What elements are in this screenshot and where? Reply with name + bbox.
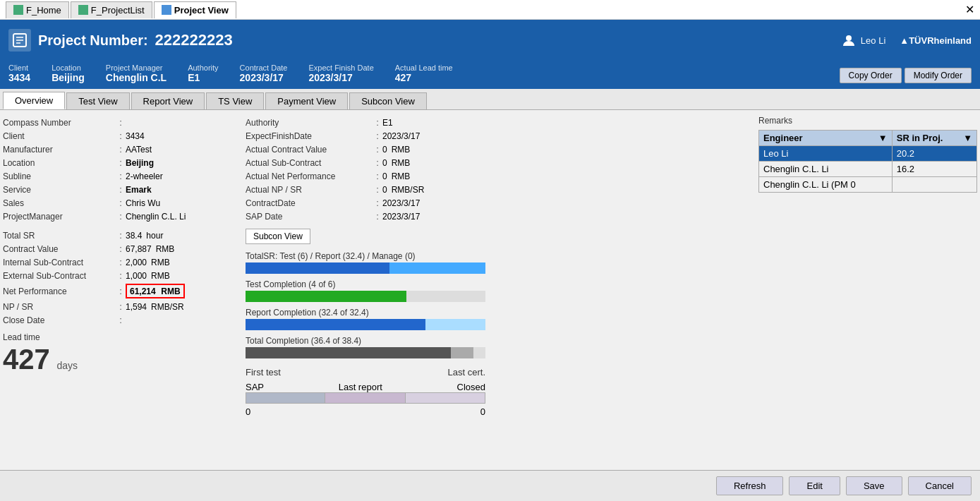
svg-point-4 bbox=[846, 35, 852, 41]
subcon-view-button[interactable]: Subcon View bbox=[246, 229, 310, 244]
field-close-date: Close Date : bbox=[3, 313, 243, 327]
right-panel: Remarks Engineer ▼ SR in Proj. ▼ Leo Li2… bbox=[758, 116, 977, 417]
field-project-manager: ProjectManager : Chenglin C.L. Li bbox=[3, 210, 243, 223]
mid-contract-date: ContractDate : 2023/3/17 bbox=[246, 196, 756, 210]
field-client: Client : 3434 bbox=[3, 129, 243, 143]
left-panel: Compass Number : Client : 3434 Manufactu… bbox=[3, 116, 243, 417]
timeline-labels: First test Last cert. bbox=[246, 367, 485, 378]
timeline-values: 0 0 bbox=[246, 406, 485, 417]
total-completion-progress: Total Completion (36.4 of 38.4) bbox=[246, 336, 756, 358]
sort-sr-icon[interactable]: ▼ bbox=[963, 133, 972, 143]
timeline-section: First test Last cert. SAP Last report Cl… bbox=[246, 367, 756, 417]
edit-button[interactable]: Edit bbox=[789, 476, 840, 495]
timeline-bar bbox=[246, 392, 485, 404]
tab-project-view[interactable]: Project View bbox=[154, 1, 236, 18]
field-internal-sub: Internal Sub-Contract : 2,000 RMB bbox=[3, 255, 243, 269]
test-completion-bar-bg bbox=[246, 291, 485, 302]
tab-overview[interactable]: Overview bbox=[3, 92, 65, 109]
timeline-closed-seg bbox=[406, 393, 485, 403]
sort-icon[interactable]: ▼ bbox=[878, 133, 888, 143]
mid-sap-date: SAP Date : 2023/3/17 bbox=[246, 210, 756, 223]
modify-order-button[interactable]: Modify Order bbox=[905, 68, 972, 83]
tuv-logo: ▲TÜVRheinland bbox=[900, 34, 972, 47]
engineer-name: Chenglin C.L. Li bbox=[759, 162, 893, 177]
engineer-sr: 16.2 bbox=[892, 162, 976, 177]
meta-authority: Authority E1 bbox=[188, 64, 218, 83]
tab-test-view[interactable]: Test View bbox=[66, 92, 129, 109]
close-icon[interactable]: ✕ bbox=[965, 3, 974, 16]
refresh-button[interactable]: Refresh bbox=[716, 476, 784, 495]
total-completion-bar bbox=[246, 347, 473, 358]
tab-report-view[interactable]: Report View bbox=[131, 92, 205, 109]
engineer-name: Chenglin C.L. Li (PM 0 bbox=[759, 177, 893, 193]
user-info: Leo Li bbox=[841, 32, 885, 48]
engineer-sr bbox=[892, 177, 976, 193]
bottom-bar: Refresh Edit Save Cancel bbox=[0, 470, 980, 501]
meta-expect-finish: Expect Finish Date 2023/3/17 bbox=[308, 64, 373, 83]
lead-time-display: 427 days bbox=[3, 344, 243, 375]
field-total-sr: Total SR : 38.4 hour bbox=[3, 229, 243, 242]
field-external-sub: External Sub-Contract : 1,000 RMB bbox=[3, 269, 243, 282]
tab-f-projectlist[interactable]: F_ProjectList bbox=[71, 1, 152, 18]
timeline-sap-seg bbox=[246, 393, 325, 403]
engineer-col-header: Engineer ▼ bbox=[759, 131, 893, 146]
report-completion-bar bbox=[246, 319, 485, 330]
field-location: Location : Beijing bbox=[3, 156, 243, 169]
total-sr-bar-bg bbox=[246, 262, 485, 274]
copy-order-button[interactable]: Copy Order bbox=[840, 68, 902, 83]
mid-expect-finish: ExpectFinishDate : 2023/3/17 bbox=[246, 129, 756, 143]
project-icon bbox=[8, 29, 31, 52]
middle-panel: Authority : E1 ExpectFinishDate : 2023/3… bbox=[246, 116, 756, 417]
report-completion-bar-bg bbox=[246, 319, 485, 330]
field-compass-number: Compass Number : bbox=[3, 116, 243, 129]
field-sales: Sales : Chris Wu bbox=[3, 196, 243, 210]
field-np-sr: NP / SR : 1,594 RMB/SR bbox=[3, 300, 243, 313]
mid-actual-contract: Actual Contract Value : 0 RMB bbox=[246, 143, 756, 156]
meta-client: Client 3434 bbox=[8, 64, 30, 83]
header-title: Project Number: 222222223 bbox=[8, 29, 233, 52]
test-completion-bar bbox=[246, 291, 406, 302]
engineer-row[interactable]: Leo Li20.2 bbox=[759, 146, 977, 162]
main-panels: Compass Number : Client : 3434 Manufactu… bbox=[0, 110, 980, 423]
view-tab-row: Overview Test View Report View TS View P… bbox=[0, 89, 980, 110]
tab-payment-view[interactable]: Payment View bbox=[265, 92, 348, 109]
report-completion-progress: Report Completion (32.4 of 32.4) bbox=[246, 308, 756, 330]
header-right: Leo Li ▲TÜVRheinland bbox=[841, 32, 972, 48]
engineer-table: Engineer ▼ SR in Proj. ▼ Leo Li20.2Cheng… bbox=[758, 130, 977, 193]
meta-lead-time: Actual Lead time 427 bbox=[395, 64, 453, 83]
total-sr-bar bbox=[246, 262, 485, 274]
meta-buttons: Copy Order Modify Order bbox=[840, 68, 972, 83]
cancel-button[interactable]: Cancel bbox=[908, 476, 972, 495]
tab-subcon-view[interactable]: Subcon View bbox=[349, 92, 427, 109]
meta-location: Location Beijing bbox=[52, 64, 85, 83]
meta-bar: Client 3434 Location Beijing Project Man… bbox=[0, 61, 980, 89]
tab-ts-view[interactable]: TS View bbox=[206, 92, 264, 109]
header-bar: Project Number: 222222223 Leo Li ▲TÜVRhe… bbox=[0, 20, 980, 61]
total-completion-bar-bg bbox=[246, 347, 485, 358]
field-contract-value: Contract Value : 67,887 RMB bbox=[3, 242, 243, 255]
meta-contract-date: Contract Date 2023/3/17 bbox=[240, 64, 288, 83]
mid-actual-net-perf: Actual Net Performance : 0 RMB bbox=[246, 169, 756, 183]
sr-col-header: SR in Proj. ▼ bbox=[892, 131, 976, 146]
total-sr-progress: TotalSR: Test (6) / Report (32.4) / Mana… bbox=[246, 251, 756, 274]
engineer-row[interactable]: Chenglin C.L. Li16.2 bbox=[759, 162, 977, 177]
mid-authority: Authority : E1 bbox=[246, 116, 756, 129]
engineer-sr: 20.2 bbox=[892, 146, 976, 162]
progress-section: TotalSR: Test (6) / Report (32.4) / Mana… bbox=[246, 251, 756, 358]
engineer-row[interactable]: Chenglin C.L. Li (PM 0 bbox=[759, 177, 977, 193]
mid-actual-subcontract: Actual Sub-Contract : 0 RMB bbox=[246, 156, 756, 169]
field-manufacturer: Manufacturer : AATest bbox=[3, 143, 243, 156]
timeline-report-seg bbox=[325, 393, 406, 403]
save-button[interactable]: Save bbox=[846, 476, 902, 495]
test-completion-progress: Test Completion (4 of 6) bbox=[246, 279, 756, 302]
net-performance-box: 61,214 RMB bbox=[126, 284, 185, 298]
mid-actual-np-sr: Actual NP / SR : 0 RMB/SR bbox=[246, 183, 756, 196]
meta-manager: Project Manager Chenglin C.L bbox=[106, 64, 167, 83]
lead-time-label: Lead time bbox=[3, 332, 243, 342]
title-bar: F_Home F_ProjectList Project View ✕ bbox=[0, 0, 980, 20]
timeline-top-labels: SAP Last report Closed bbox=[246, 382, 485, 392]
field-subline: Subline : 2-wheeler bbox=[3, 169, 243, 183]
field-service: Service : Emark bbox=[3, 183, 243, 196]
field-net-performance: Net Performance : 61,214 RMB bbox=[3, 282, 243, 300]
tab-f-home[interactable]: F_Home bbox=[6, 1, 69, 18]
